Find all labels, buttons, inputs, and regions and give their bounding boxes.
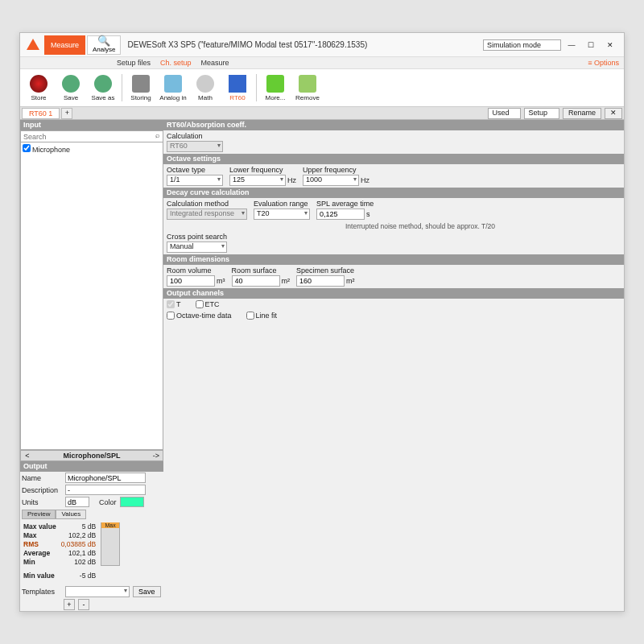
channel-nav: < Microphone/SPL ->: [20, 450, 163, 461]
tab-add-button[interactable]: +: [61, 108, 72, 119]
right-column: RT60/Absorption coeff. Calculation RT60 …: [163, 120, 624, 611]
magnifier-icon: 🔍: [97, 36, 110, 46]
eval-range-dropdown[interactable]: T20: [254, 208, 310, 220]
template-remove-button[interactable]: -: [78, 599, 89, 610]
options-label: Options: [594, 59, 619, 67]
room-surf-label: Room surface: [232, 266, 291, 275]
spl-avg-input[interactable]: [316, 208, 365, 220]
options-link[interactable]: ≡ Options: [588, 59, 619, 67]
tb-rt60-label: RT60: [229, 94, 245, 101]
meter-max-label: Max: [101, 522, 119, 528]
calc-method-label: Calculation method: [167, 200, 247, 208]
octave-type-dropdown[interactable]: 1/1: [167, 175, 223, 186]
calc-dropdown[interactable]: RT60: [167, 141, 223, 152]
plus-icon: [266, 75, 284, 93]
upper-freq-label: Upper frequency: [303, 166, 369, 174]
nav-prev-button[interactable]: <: [21, 452, 34, 460]
tb-saveas[interactable]: Save as: [88, 71, 118, 105]
lower-freq-unit: Hz: [287, 176, 296, 184]
tab-rt60-1[interactable]: RT60 1: [22, 108, 60, 119]
tab-values[interactable]: Values: [56, 510, 86, 519]
t-label: T: [176, 300, 181, 308]
measure-button[interactable]: Measure: [44, 35, 85, 55]
tb-save[interactable]: Save: [56, 71, 86, 105]
toolbar-sep: [122, 74, 122, 101]
lower-freq-label: Lower frequency: [229, 166, 296, 174]
analyse-label: Analyse: [93, 46, 115, 53]
etc-checkbox[interactable]: [196, 300, 204, 308]
close-button[interactable]: ✕: [601, 38, 619, 52]
name-input[interactable]: [65, 473, 146, 483]
analyse-button[interactable]: 🔍 Analyse: [87, 35, 121, 55]
templates-dropdown[interactable]: [65, 586, 130, 597]
tb-rt60[interactable]: RT60: [222, 71, 253, 105]
record-icon: [30, 75, 47, 93]
microphone-checkbox[interactable]: [23, 144, 31, 152]
linefit-checkbox[interactable]: [246, 312, 254, 320]
app-logo-icon: [25, 37, 41, 53]
toolbar: Store Save Save as Storing Analog in Mat…: [20, 68, 624, 107]
units-input[interactable]: [65, 497, 89, 507]
stat-labels: Max value Max RMS Average Min Min value: [23, 522, 56, 580]
search-icon[interactable]: ⌕: [151, 131, 163, 142]
input-header: Input: [20, 120, 163, 130]
t-checkbox: [167, 300, 175, 308]
spec-surf-label: Specimen surface: [296, 266, 355, 275]
chk-linefit[interactable]: Line fit: [246, 312, 278, 320]
setup-dropdown[interactable]: Setup: [524, 108, 559, 119]
lower-freq-dropdown[interactable]: 125: [229, 175, 286, 186]
output-channels-row1: T ETC: [163, 299, 624, 310]
input-item-microphone[interactable]: Microphone: [23, 146, 70, 154]
window-title: DEWESoft X3 SP5 ("feature/MIMO Modal tes…: [127, 40, 482, 49]
tb-more-label: More...: [266, 94, 286, 101]
tb-remove[interactable]: Remove: [292, 71, 323, 105]
stat-values: 5 dB 102,2 dB 0,03885 dB 102,1 dB 102 dB…: [61, 522, 96, 580]
octave-time-checkbox[interactable]: [167, 312, 175, 320]
calc-method-dropdown[interactable]: Integrated response: [167, 208, 247, 220]
output-channels-header: Output channels: [163, 288, 624, 299]
tb-storing-label: Storing: [130, 94, 151, 101]
search-input[interactable]: [21, 131, 151, 142]
rt60-icon: [229, 75, 246, 93]
menu-ch-setup[interactable]: Ch. setup: [160, 59, 192, 67]
tb-math-label: Math: [198, 94, 213, 101]
chk-t[interactable]: T: [167, 300, 181, 308]
color-picker[interactable]: [120, 497, 144, 507]
template-save-button[interactable]: Save: [133, 586, 161, 597]
tb-math[interactable]: Math: [190, 71, 221, 105]
cross-point-dropdown[interactable]: Manual: [167, 242, 227, 253]
spec-surf-input[interactable]: [296, 275, 345, 287]
menu-setup-files[interactable]: Setup files: [117, 59, 151, 67]
output-header: Output: [20, 461, 163, 472]
tab-row: RT60 1 + Used Setup Rename ✕: [20, 107, 624, 120]
tb-more[interactable]: More...: [260, 71, 291, 105]
minimize-button[interactable]: —: [563, 38, 580, 52]
nav-next-button[interactable]: ->: [150, 452, 163, 460]
chk-etc[interactable]: ETC: [196, 300, 220, 308]
tools-button[interactable]: ✕: [605, 108, 622, 119]
input-tree[interactable]: Microphone: [20, 142, 163, 450]
main-area: Input ⌕ Microphone < Microphone/SPL -> O…: [20, 120, 624, 611]
chk-octave-time[interactable]: Octave-time data: [167, 312, 232, 320]
cross-point-label: Cross point search: [167, 233, 227, 241]
rename-button[interactable]: Rename: [563, 108, 601, 119]
decay-note: Interrupted noise method, should be appr…: [163, 221, 624, 231]
tb-analogin[interactable]: Analog in: [158, 71, 188, 105]
tb-store[interactable]: Store: [23, 71, 54, 105]
color-label: Color: [99, 498, 117, 506]
maximize-button[interactable]: ☐: [582, 38, 600, 52]
desc-input[interactable]: [65, 485, 146, 495]
tb-remove-label: Remove: [295, 94, 320, 101]
room-surf-input[interactable]: [232, 275, 280, 287]
room-vol-input[interactable]: [167, 275, 215, 287]
tb-storing[interactable]: Storing: [126, 71, 156, 105]
upper-freq-dropdown[interactable]: 1000: [303, 175, 359, 186]
eval-range-label: Evaluation range: [254, 200, 310, 208]
used-dropdown[interactable]: Used: [488, 108, 521, 119]
menu-measure[interactable]: Measure: [201, 59, 229, 67]
simulation-mode-dropdown[interactable]: Simulation mode: [483, 39, 561, 51]
template-add-button[interactable]: +: [64, 599, 75, 610]
room-surf-unit: m²: [282, 277, 291, 285]
tab-preview[interactable]: Preview: [22, 510, 56, 519]
tb-save-label: Save: [64, 94, 78, 101]
